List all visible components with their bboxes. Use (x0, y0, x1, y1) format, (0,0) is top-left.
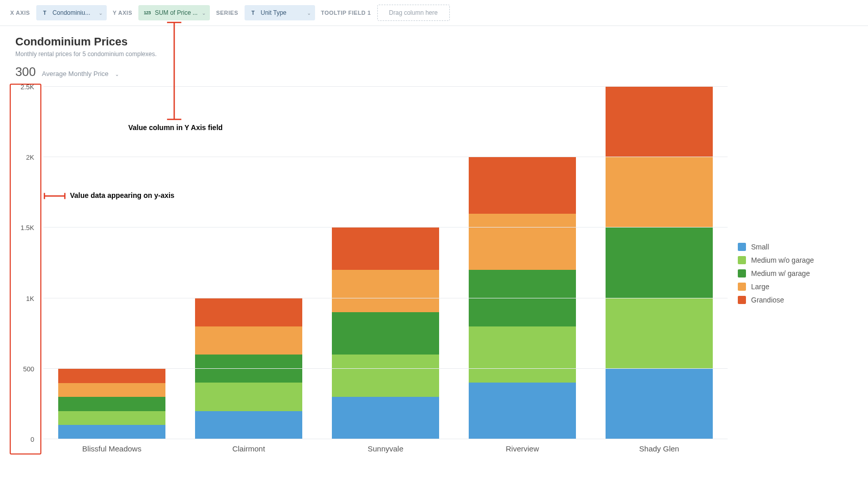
metric-value: 300 (15, 65, 36, 79)
legend-swatch (738, 256, 746, 264)
bar-segment[interactable] (58, 397, 165, 411)
bar-slot (43, 87, 180, 439)
grid-line (43, 86, 728, 87)
bar-segment[interactable] (195, 326, 302, 355)
chevron-down-icon: ⌄ (115, 71, 119, 77)
chevron-down-icon: ⌄ (202, 10, 206, 16)
legend-swatch (738, 283, 746, 291)
series-label: SERIES (216, 10, 238, 16)
x-tick-label: Blissful Meadows (43, 439, 180, 460)
legend-label: Small (751, 243, 769, 251)
grid-line (43, 298, 728, 298)
yaxis-value: SUM of Price ... (155, 9, 198, 16)
bar-slot (454, 87, 591, 439)
bar-segment[interactable] (332, 397, 439, 439)
legend-item[interactable]: Small (738, 240, 855, 254)
bar-slot (180, 87, 317, 439)
legend-item[interactable]: Large (738, 280, 855, 293)
legend-item[interactable]: Medium w/ garage (738, 267, 855, 280)
x-tick-label: Sunnyvale (317, 439, 454, 460)
stacked-bar[interactable] (332, 228, 439, 439)
legend-item[interactable]: Grandiose (738, 293, 855, 307)
bar-segment[interactable] (195, 298, 302, 326)
xaxis-value: Condominiu... (53, 9, 94, 16)
legend-label: Medium w/ garage (751, 269, 810, 277)
annotation-yfield-text: Value column in Y Axis field (128, 123, 223, 132)
legend-label: Large (751, 283, 769, 291)
xaxis-label: X AXIS (10, 10, 30, 16)
metric-label: Average Monthly Price (42, 70, 109, 78)
tooltip-drop-target[interactable]: Drag column here (377, 5, 450, 21)
bar-segment[interactable] (606, 298, 712, 369)
bar-segment[interactable] (195, 383, 302, 411)
x-tick-label: Clairmont (180, 439, 317, 460)
chevron-down-icon: ⌄ (99, 10, 103, 16)
bar-segment[interactable] (606, 369, 712, 439)
bar-segment[interactable] (332, 228, 439, 270)
bar-segment[interactable] (606, 157, 712, 228)
text-type-icon: T (41, 10, 49, 16)
text-type-icon: T (250, 10, 257, 16)
bar-slot (317, 87, 454, 439)
metric-row[interactable]: 300 Average Monthly Price ⌄ (15, 65, 853, 79)
annotation-yaxis-text: Value data appearing on y-axis (70, 191, 175, 199)
chart-config-bar: X AXIS T Condominiu... ⌄ Y AXIS 123 SUM … (0, 0, 868, 26)
bar-segment[interactable] (606, 87, 712, 157)
bar-segment[interactable] (332, 355, 439, 397)
legend: SmallMedium w/o garageMedium w/ garageLa… (738, 240, 855, 307)
x-tick-label: Shady Glen (591, 439, 728, 460)
stacked-bar[interactable] (58, 369, 165, 439)
bar-segment[interactable] (58, 425, 165, 439)
chart-area: 05001K1.5K2K2.5K Blissful MeadowsClairmo… (13, 87, 855, 460)
bar-slot (591, 87, 728, 439)
bar-segment[interactable] (332, 312, 439, 355)
plot-area (43, 87, 728, 439)
chevron-down-icon: ⌄ (307, 10, 311, 16)
bar-segment[interactable] (58, 411, 165, 425)
xaxis-pill[interactable]: T Condominiu... ⌄ (36, 5, 107, 20)
legend-swatch (738, 269, 746, 277)
legend-swatch (738, 243, 746, 251)
bar-segment[interactable] (469, 157, 575, 214)
bar-segment[interactable] (58, 383, 165, 397)
yaxis-label: Y AXIS (113, 10, 132, 16)
legend-item[interactable]: Medium w/o garage (738, 254, 855, 267)
series-value: Unit Type (261, 9, 303, 16)
bar-segment[interactable] (58, 369, 165, 383)
grid-line (43, 368, 728, 369)
bar-segment[interactable] (469, 383, 575, 439)
legend-label: Medium w/o garage (751, 256, 814, 264)
annotation-yaxis-box (10, 84, 41, 454)
chart-subtitle: Monthly rental prices for 5 condominium … (15, 50, 853, 58)
bar-segment[interactable] (469, 214, 575, 270)
bar-segment[interactable] (195, 411, 302, 439)
grid-line (43, 157, 728, 157)
x-tick-label: Riverview (454, 439, 591, 460)
number-type-icon: 123 (143, 10, 151, 15)
yaxis-pill[interactable]: 123 SUM of Price ... ⌄ (138, 5, 210, 20)
legend-label: Grandiose (751, 296, 784, 304)
legend-swatch (738, 296, 746, 304)
series-pill[interactable]: T Unit Type ⌄ (245, 5, 315, 20)
tooltip-label: TOOLTIP FIELD 1 (321, 10, 371, 16)
bar-segment[interactable] (195, 355, 302, 383)
bar-segment[interactable] (606, 228, 712, 298)
chart-title: Condominium Prices (15, 35, 853, 48)
chart-header: Condominium Prices Monthly rental prices… (0, 26, 868, 79)
x-axis-labels: Blissful MeadowsClairmontSunnyvaleRiverv… (43, 439, 728, 460)
tooltip-placeholder: Drag column here (389, 9, 438, 16)
grid-line (43, 227, 728, 228)
bar-segment[interactable] (469, 270, 575, 326)
stacked-bar[interactable] (606, 87, 712, 439)
bars-container (43, 87, 728, 439)
bar-segment[interactable] (469, 326, 575, 383)
bar-segment[interactable] (332, 270, 439, 312)
